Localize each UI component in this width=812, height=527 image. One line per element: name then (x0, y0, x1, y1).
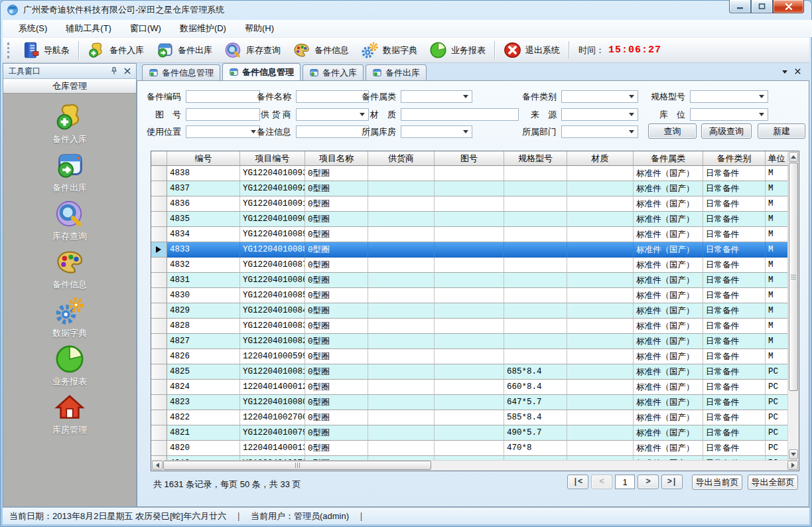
table-cell[interactable]: PC (766, 395, 788, 410)
table-cell[interactable] (435, 181, 504, 196)
toolbar-business-report-button[interactable]: 业务报表 (423, 39, 492, 61)
table-cell[interactable]: 日常备件 (703, 319, 766, 334)
tab-2[interactable]: 备件入库 (303, 64, 364, 80)
table-cell[interactable]: 585*8.4 (504, 410, 567, 425)
row-header-cell[interactable] (151, 349, 167, 364)
table-row[interactable]: 482012204014000130型圈470*8标准件（国产）日常备件PC (151, 441, 788, 456)
row-header-cell[interactable] (151, 273, 167, 288)
table-cell[interactable] (368, 227, 435, 242)
table-cell[interactable]: M (766, 303, 788, 319)
table-cell[interactable]: M (766, 288, 788, 303)
table-cell[interactable]: 4834 (167, 227, 240, 242)
table-cell[interactable]: 标准件（国产） (634, 349, 703, 364)
table-row[interactable]: 4827YG122040100820型圈标准件（国产）日常备件M (151, 334, 788, 349)
table-cell[interactable]: 4823 (167, 395, 240, 410)
toolbar-exit-button[interactable]: 退出系统 (498, 39, 566, 61)
table-row[interactable]: 4828YG122040100830型圈标准件（国产）日常备件M (151, 319, 788, 334)
column-header-0[interactable]: 编号 (167, 151, 240, 166)
table-cell[interactable]: 0型圈 (305, 380, 368, 395)
table-cell[interactable]: 日常备件 (703, 349, 766, 364)
table-cell[interactable]: 4837 (167, 181, 240, 196)
table-cell[interactable]: 4822 (167, 410, 240, 425)
row-header-cell[interactable] (151, 364, 167, 380)
table-cell[interactable] (368, 303, 435, 319)
table-cell[interactable]: 日常备件 (703, 166, 766, 181)
table-cell[interactable] (368, 273, 435, 288)
export-all-pages-button[interactable]: 导出全部页 (748, 475, 798, 490)
row-header-cell[interactable] (151, 425, 167, 441)
table-cell[interactable]: 标准件（国产） (634, 181, 703, 196)
table-cell[interactable] (567, 212, 634, 227)
row-header-cell[interactable] (151, 181, 167, 196)
table-cell[interactable]: 0型圈 (305, 334, 368, 349)
table-cell[interactable] (435, 441, 504, 456)
table-cell[interactable]: M (766, 242, 788, 258)
table-cell[interactable]: 0型圈 (305, 227, 368, 242)
table-cell[interactable] (567, 441, 634, 456)
sidebar-item-parts-out[interactable]: 备件出库 (52, 150, 87, 194)
table-cell[interactable]: 4824 (167, 380, 240, 395)
table-cell[interactable]: 647*5.7 (504, 395, 567, 410)
table-cell[interactable] (567, 258, 634, 273)
table-cell[interactable] (567, 303, 634, 319)
table-row[interactable]: 4831YG122040100860型圈标准件（国产）日常备件M (151, 273, 788, 288)
table-cell[interactable]: 日常备件 (703, 242, 766, 258)
table-cell[interactable]: YG12204010079 (240, 425, 305, 441)
table-cell[interactable]: 4838 (167, 166, 240, 181)
scroll-right-icon[interactable] (787, 461, 798, 470)
table-cell[interactable]: 0型圈 (305, 441, 368, 456)
table-cell[interactable] (368, 425, 435, 441)
table-cell[interactable]: YG12204010088 (240, 242, 305, 258)
table-cell[interactable]: 日常备件 (703, 364, 766, 380)
table-row[interactable]: 4837YG122040100920型圈标准件（国产）日常备件M (151, 181, 788, 196)
next-page-button[interactable]: > (638, 475, 659, 489)
row-header-cell[interactable] (151, 441, 167, 456)
table-cell[interactable] (567, 425, 634, 441)
export-current-page-button[interactable]: 导出当前页 (692, 475, 742, 490)
table-cell[interactable] (435, 258, 504, 273)
table-cell[interactable]: 标准件（国产） (634, 227, 703, 242)
table-cell[interactable] (567, 273, 634, 288)
table-cell[interactable]: YG12204010093 (240, 166, 305, 181)
table-cell[interactable]: 685*8.4 (504, 364, 567, 380)
table-cell[interactable] (504, 258, 567, 273)
new-button[interactable]: 新建 (758, 123, 805, 139)
table-cell[interactable]: 660*8.4 (504, 380, 567, 395)
field-part-class-select[interactable] (561, 90, 638, 103)
column-header-3[interactable]: 供货商 (368, 151, 435, 166)
table-cell[interactable] (368, 395, 435, 410)
tab-1[interactable]: 备件信息管理 (222, 63, 301, 80)
sidebar-item-inventory-query[interactable]: 库存查询 (52, 198, 87, 242)
row-header-cell[interactable] (151, 212, 167, 227)
first-page-button[interactable]: |< (567, 475, 588, 489)
table-cell[interactable]: 4825 (167, 364, 240, 380)
tab-3[interactable]: 备件出库 (366, 64, 427, 80)
table-cell[interactable]: YG12204010083 (240, 319, 305, 334)
table-cell[interactable]: 日常备件 (703, 380, 766, 395)
table-cell[interactable]: 日常备件 (703, 410, 766, 425)
menu-item-3[interactable]: 数据维护(D) (173, 20, 233, 37)
vertical-scrollbar[interactable] (787, 151, 799, 460)
table-row[interactable]: 482212204010027000型圈585*8.4标准件（国产）日常备件PC (151, 410, 788, 425)
table-cell[interactable] (567, 242, 634, 258)
table-cell[interactable]: 1220401400012 (240, 380, 305, 395)
table-cell[interactable] (435, 166, 504, 181)
table-cell[interactable] (567, 166, 634, 181)
table-cell[interactable]: 标准件（国产） (634, 196, 703, 212)
field-department-select[interactable] (561, 125, 638, 138)
table-cell[interactable]: YG12204010089 (240, 227, 305, 242)
column-header-5[interactable]: 规格型号 (504, 151, 567, 166)
table-row[interactable]: 4832YG122040100870型圈标准件（国产）日常备件M (151, 258, 788, 273)
table-cell[interactable]: M (766, 212, 788, 227)
table-cell[interactable]: 0型圈 (305, 212, 368, 227)
table-cell[interactable]: 0型圈 (305, 349, 368, 364)
prev-page-button[interactable]: < (591, 475, 612, 489)
close-panel-icon[interactable] (123, 66, 132, 76)
row-header-cell[interactable] (151, 227, 167, 242)
toolbar-navigator-button[interactable]: 导航条 (16, 39, 76, 61)
maximize-button[interactable] (751, 0, 773, 13)
table-cell[interactable]: 4833 (167, 242, 240, 258)
table-cell[interactable]: 4830 (167, 288, 240, 303)
toolbar-parts-info-button[interactable]: 备件信息 (287, 39, 355, 61)
table-cell[interactable] (435, 410, 504, 425)
